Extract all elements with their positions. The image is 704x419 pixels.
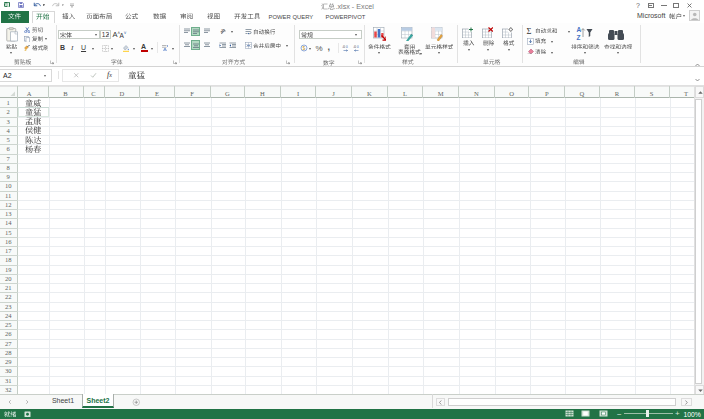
- svg-text:ab: ab: [219, 27, 226, 34]
- svg-text:.0: .0: [353, 45, 356, 49]
- svg-text:$: $: [302, 45, 305, 51]
- svg-text:0: 0: [357, 45, 359, 49]
- svg-text:Z: Z: [577, 34, 581, 41]
- svg-text:A: A: [577, 26, 582, 33]
- svg-text:.0: .0: [342, 45, 345, 49]
- svg-text:0: 0: [346, 45, 348, 49]
